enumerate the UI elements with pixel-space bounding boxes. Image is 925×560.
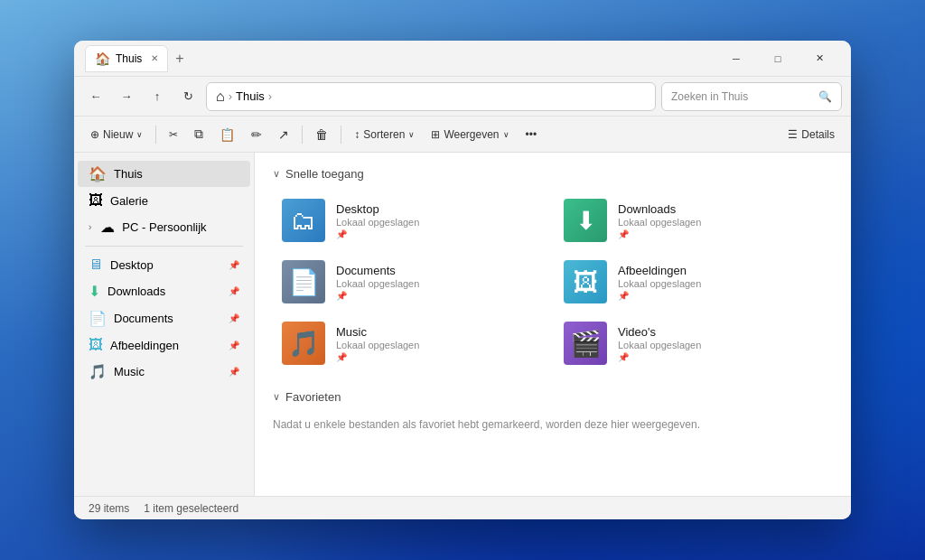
sidebar-thuis-label: Thuis bbox=[114, 167, 143, 181]
favorieten-title: Favorieten bbox=[285, 390, 341, 404]
gallery-sidebar-icon: 🖼 bbox=[89, 192, 103, 209]
music-filename: Music bbox=[336, 325, 542, 339]
file-explorer-window: 🏠 Thuis ✕ + ─ □ ✕ ← → ↑ ↻ ⌂ › Thuis › Zo… bbox=[74, 41, 851, 519]
search-box[interactable]: Zoeken in Thuis 🔍 bbox=[661, 82, 842, 111]
new-tab-button[interactable]: + bbox=[175, 51, 183, 67]
desktop-filepin: 📌 bbox=[336, 229, 542, 239]
breadcrumb-separator-1: › bbox=[229, 89, 232, 103]
details-icon: ☰ bbox=[788, 128, 798, 141]
expand-pc-icon: › bbox=[89, 222, 91, 232]
videos-folder-icon: 🎬 bbox=[564, 322, 607, 365]
view-icon: ⊞ bbox=[431, 128, 440, 141]
new-plus-icon: ⊕ bbox=[90, 128, 99, 141]
forward-button[interactable]: → bbox=[114, 84, 139, 109]
file-item-videos[interactable]: 🎬 Video's Lokaal opgeslagen 📌 bbox=[555, 314, 833, 372]
music-filesub: Lokaal opgeslagen bbox=[336, 340, 542, 350]
sidebar-item-thuis[interactable]: 🏠 Thuis bbox=[78, 161, 250, 187]
desktop-sidebar-icon: 🖥 bbox=[89, 257, 103, 273]
favorieten-header[interactable]: ∨ Favorieten bbox=[273, 390, 833, 404]
delete-button[interactable]: 🗑 bbox=[308, 124, 335, 145]
sidebar-item-afbeeldingen[interactable]: 🖼 Afbeeldingen 📌 bbox=[78, 332, 250, 358]
sidebar-item-downloads[interactable]: ⬇ Downloads 📌 bbox=[78, 278, 250, 304]
search-placeholder: Zoeken in Thuis bbox=[671, 90, 813, 103]
sort-chevron-icon: ∨ bbox=[408, 130, 415, 139]
minimize-button[interactable]: ─ bbox=[715, 44, 757, 73]
cut-button[interactable]: ✂ bbox=[162, 125, 185, 145]
refresh-button[interactable]: ↻ bbox=[175, 84, 201, 109]
new-chevron-icon: ∨ bbox=[136, 130, 143, 139]
sidebar-pc-label: PC - Persoonlijk bbox=[122, 220, 206, 234]
breadcrumb-bar[interactable]: ⌂ › Thuis › bbox=[206, 82, 656, 111]
view-button[interactable]: ⊞ Weergeven ∨ bbox=[424, 125, 516, 145]
toolbar-separator-1 bbox=[155, 126, 156, 144]
file-item-downloads[interactable]: ⬇ Downloads Lokaal opgeslagen 📌 bbox=[555, 191, 833, 249]
videos-filesub: Lokaal opgeslagen bbox=[618, 340, 824, 350]
file-area: ∨ Snelle toegang 🗂 Desktop Lokaal opgesl… bbox=[255, 153, 851, 496]
documents-pin-icon: 📌 bbox=[229, 313, 239, 323]
tab-home-icon: 🏠 bbox=[95, 51, 110, 66]
details-button[interactable]: ☰ Details bbox=[780, 125, 842, 145]
afbeeldingen-filesub: Lokaal opgeslagen bbox=[618, 278, 824, 289]
new-button[interactable]: ⊕ Nieuw ∨ bbox=[83, 125, 150, 145]
documents-file-info: Documents Lokaal opgeslagen 📌 bbox=[336, 264, 542, 301]
images-folder-icon: 🖼 bbox=[564, 260, 607, 303]
copy-button[interactable]: ⧉ bbox=[187, 123, 210, 145]
desktop-pin-icon: 📌 bbox=[229, 260, 239, 270]
more-button[interactable]: ••• bbox=[519, 125, 545, 145]
paste-icon: 📋 bbox=[220, 127, 235, 142]
close-button[interactable]: ✕ bbox=[799, 44, 840, 73]
afbeeldingen-file-info: Afbeeldingen Lokaal opgeslagen 📌 bbox=[618, 264, 824, 301]
breadcrumb-thuis[interactable]: Thuis bbox=[236, 89, 265, 103]
paste-button[interactable]: 📋 bbox=[212, 124, 242, 145]
sort-icon: ↕ bbox=[354, 128, 360, 141]
videos-filepin: 📌 bbox=[618, 352, 824, 362]
file-item-documents[interactable]: 📄 Documents Lokaal opgeslagen 📌 bbox=[273, 253, 551, 311]
breadcrumb-separator-2: › bbox=[268, 89, 272, 103]
cloud-sidebar-icon: ☁ bbox=[100, 219, 115, 236]
main-content: 🏠 Thuis 🖼 Galerie › ☁ PC - Persoonlijk 🖥… bbox=[74, 153, 851, 496]
sidebar-downloads-label: Downloads bbox=[107, 285, 165, 298]
more-icon: ••• bbox=[526, 128, 537, 141]
sidebar-afbeeldingen-label: Afbeeldingen bbox=[110, 339, 179, 352]
file-item-desktop[interactable]: 🗂 Desktop Lokaal opgeslagen 📌 bbox=[273, 191, 551, 249]
documents-folder-icon: 📄 bbox=[282, 260, 325, 303]
view-label: Weergeven bbox=[444, 128, 499, 141]
sort-button[interactable]: ↕ Sorteren ∨ bbox=[347, 125, 422, 145]
music-sidebar-icon: 🎵 bbox=[89, 363, 107, 380]
sidebar-item-desktop[interactable]: 🖥 Desktop 📌 bbox=[78, 252, 250, 277]
documents-filepin: 📌 bbox=[336, 291, 542, 301]
desktop-filename: Desktop bbox=[336, 202, 542, 216]
downloads-filepin: 📌 bbox=[618, 229, 824, 239]
afbeeldingen-filepin: 📌 bbox=[618, 291, 824, 301]
snelle-toegang-title: Snelle toegang bbox=[285, 167, 364, 181]
afbeeldingen-filename: Afbeeldingen bbox=[618, 264, 824, 277]
sidebar-item-documents[interactable]: 📄 Documents 📌 bbox=[78, 305, 250, 331]
sidebar-item-music[interactable]: 🎵 Music 📌 bbox=[78, 359, 250, 385]
file-item-music[interactable]: 🎵 Music Lokaal opgeslagen 📌 bbox=[273, 314, 551, 372]
up-button[interactable]: ↑ bbox=[145, 84, 170, 109]
home-sidebar-icon: 🏠 bbox=[89, 165, 107, 182]
back-button[interactable]: ← bbox=[83, 84, 108, 109]
sidebar-item-galerie[interactable]: 🖼 Galerie bbox=[78, 188, 250, 213]
sidebar-desktop-label: Desktop bbox=[110, 258, 154, 272]
snelle-toegang-header[interactable]: ∨ Snelle toegang bbox=[273, 167, 833, 181]
new-label: Nieuw bbox=[103, 128, 133, 141]
downloads-folder-icon: ⬇ bbox=[564, 199, 607, 242]
copy-icon: ⧉ bbox=[194, 126, 203, 142]
videos-file-info: Video's Lokaal opgeslagen 📌 bbox=[618, 325, 824, 362]
delete-icon: 🗑 bbox=[315, 127, 328, 142]
downloads-filename: Downloads bbox=[618, 202, 824, 216]
rename-icon: ✏ bbox=[251, 127, 262, 142]
downloads-sidebar-icon: ⬇ bbox=[89, 283, 100, 300]
sidebar-item-pc[interactable]: › ☁ PC - Persoonlijk bbox=[78, 214, 250, 240]
share-button[interactable]: ↗ bbox=[271, 124, 296, 145]
music-folder-icon: 🎵 bbox=[282, 322, 325, 365]
tab-thuis[interactable]: 🏠 Thuis ✕ bbox=[85, 45, 168, 72]
sidebar-galerie-label: Galerie bbox=[110, 194, 148, 208]
maximize-button[interactable]: □ bbox=[757, 44, 799, 73]
rename-button[interactable]: ✏ bbox=[244, 124, 269, 145]
tab-close-button[interactable]: ✕ bbox=[151, 53, 158, 63]
file-item-afbeeldingen[interactable]: 🖼 Afbeeldingen Lokaal opgeslagen 📌 bbox=[555, 253, 833, 311]
home-icon: ⌂ bbox=[216, 89, 225, 105]
sort-label: Sorteren bbox=[363, 128, 405, 141]
